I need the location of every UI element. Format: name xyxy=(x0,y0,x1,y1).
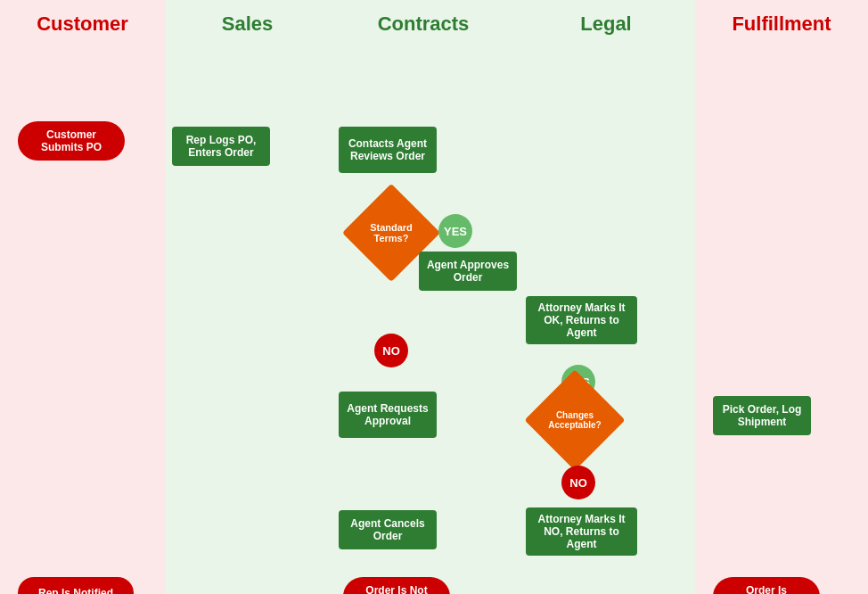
lane-contracts: Contracts Contacts Agent Reviews Order S… xyxy=(330,0,517,594)
node-no2: NO xyxy=(561,466,595,499)
lane-customer-body: Customer Submits PO Rep Is Notified xyxy=(0,48,165,594)
lane-legal-body: Attorney Marks It OK, Returns to Agent Y… xyxy=(517,48,695,594)
node-pick-order: Pick Order, Log Shipment xyxy=(713,396,811,435)
node-attorney-marks-ok: Attorney Marks It OK, Returns to Agent xyxy=(526,296,637,344)
node-rep-logs: Rep Logs PO, Enters Order xyxy=(172,127,270,166)
node-attorney-marks-no: Attorney Marks It NO, Returns to Agent xyxy=(526,507,637,556)
lane-fulfillment-body: Pick Order, Log Shipment Order Is Shippe… xyxy=(695,48,868,594)
lane-sales-body: Rep Logs PO, Enters Order xyxy=(165,48,330,594)
node-agent-cancels: Agent Cancels Order xyxy=(339,510,437,549)
node-contacts-agent: Contacts Agent Reviews Order xyxy=(339,127,437,173)
lane-legal-header: Legal xyxy=(517,0,695,48)
node-rep-notified: Rep Is Notified xyxy=(18,577,134,594)
lane-contracts-header: Contracts xyxy=(330,0,517,48)
flowchart-container: Customer Customer Submits PO Rep Is Noti… xyxy=(0,0,868,594)
lane-sales-header: Sales xyxy=(165,0,330,48)
lane-customer-header: Customer xyxy=(0,0,165,48)
node-no1: NO xyxy=(374,334,408,367)
node-customer-submits: Customer Submits PO xyxy=(18,121,125,161)
lane-legal: Legal Attorney Marks It OK, Returns to A… xyxy=(517,0,695,594)
lane-sales: Sales Rep Logs PO, Enters Order xyxy=(165,0,330,594)
lane-fulfillment-header: Fulfillment xyxy=(695,0,868,48)
lane-customer: Customer Customer Submits PO Rep Is Noti… xyxy=(0,0,165,594)
lane-contracts-body: Contacts Agent Reviews Order Standard Te… xyxy=(330,48,517,594)
node-order-shipped: Order Is Shipped xyxy=(713,577,820,594)
node-yes1: YES xyxy=(438,214,472,248)
node-order-not-shipped: Order Is Not Shipped xyxy=(343,577,450,594)
node-agent-approves: Agent Approves Order xyxy=(419,252,517,291)
lane-fulfillment: Fulfillment Pick Order, Log Shipment Ord… xyxy=(695,0,868,594)
node-agent-requests: Agent Requests Approval xyxy=(339,392,437,438)
node-changes-acceptable: Changes Acceptable? xyxy=(524,369,625,470)
